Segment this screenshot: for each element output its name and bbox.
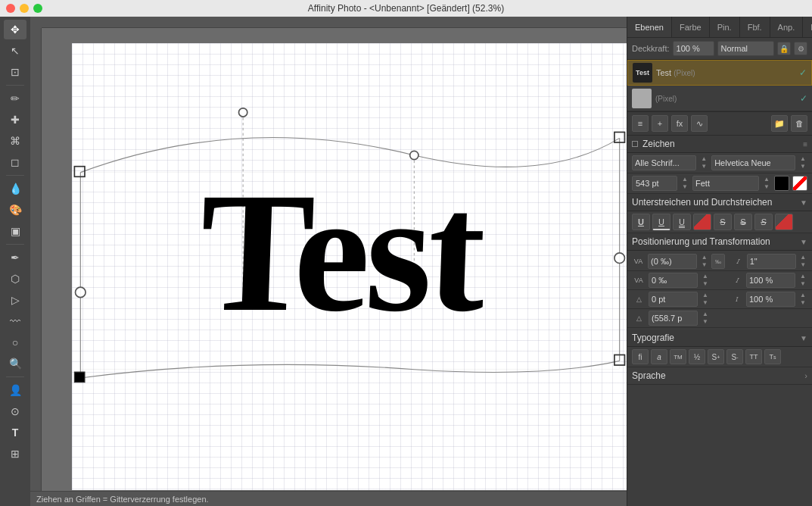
text-tool[interactable]: T [4, 423, 26, 442]
width-spinner[interactable]: ▲▼ [701, 311, 710, 326]
no-underline-btn[interactable] [693, 214, 711, 230]
app-body: ✥ ↖ ⊡ ✏ ✚ ⌘ ◻ 💧 🎨 ▣ ✒ ⬡ ▷ 〰 ○ 🔍 👤 ⊙ T ⊞ [0, 17, 812, 506]
layer-visibility-1[interactable]: ✓ [799, 67, 807, 78]
crop-tool[interactable]: ⊡ [4, 62, 26, 82]
scale-input[interactable] [746, 292, 795, 307]
shape-tool[interactable]: ▷ [4, 290, 26, 310]
tracking-input[interactable] [747, 254, 796, 269]
text-bg-swatch[interactable] [792, 176, 807, 191]
person-icon[interactable]: 👤 [4, 380, 26, 400]
tab-fx[interactable]: FX [803, 17, 812, 37]
liquify-tool[interactable]: ⊙ [4, 401, 26, 421]
allcaps-btn[interactable]: TT [745, 349, 762, 364]
underline3-btn[interactable]: U [673, 214, 691, 230]
gradient-tool[interactable]: ▣ [4, 221, 26, 241]
smudge-tool[interactable]: 〰 [4, 311, 26, 331]
font-family-spinner[interactable]: ▲▼ [798, 155, 807, 170]
zoom-tool[interactable]: 🔍 [4, 354, 26, 373]
grid-tool[interactable]: ⊞ [4, 444, 26, 464]
layer-visibility-2[interactable]: ✓ [800, 93, 807, 104]
scale-spinner[interactable]: ▲▼ [798, 292, 807, 307]
fx-layer-btn[interactable]: fx [671, 115, 688, 132]
tracking-spinner[interactable]: ▲▼ [799, 254, 807, 269]
tab-pin[interactable]: Pin. [710, 17, 740, 37]
kerning-unit-select[interactable]: ‰ [711, 254, 724, 269]
typo-buttons-row: fi a TM ½ S+ S- TT Ts [627, 347, 812, 367]
paint-brush-tool[interactable]: ✏ [4, 89, 26, 108]
opacity-input[interactable] [673, 41, 714, 56]
no-strikethrough-btn[interactable] [775, 214, 793, 230]
underline-chevron: ▼ [800, 198, 807, 207]
fill-tool[interactable]: 🎨 [4, 200, 26, 220]
underline-btn[interactable]: U [632, 214, 650, 230]
underline2-btn[interactable]: U [652, 214, 670, 230]
erase-tool[interactable]: ◻ [4, 152, 26, 172]
status-text: Ziehen an Griffen = Gitterverzerrung fes… [36, 495, 209, 504]
ligature-btn[interactable]: fi [632, 349, 649, 364]
smallcaps-btn[interactable]: Ts [764, 349, 781, 364]
color-picker-tool[interactable]: 💧 [4, 179, 26, 198]
sub-btn[interactable]: S- [726, 349, 743, 364]
leading-spinner[interactable]: ▲▼ [701, 273, 710, 288]
strikethrough-btn[interactable]: S [714, 214, 732, 230]
typo-chevron: ▼ [800, 334, 807, 342]
leading-input[interactable] [649, 273, 698, 288]
tab-ebenen[interactable]: Ebenen [627, 17, 672, 37]
font-style-spinner[interactable]: ▲▼ [699, 155, 708, 170]
curves-btn[interactable]: ∿ [691, 115, 708, 132]
add-layer-btn[interactable]: + [652, 115, 668, 132]
pos-section-header[interactable]: Positionierung und Transformation ▼ [627, 233, 812, 251]
trademark-btn[interactable]: TM [670, 349, 686, 364]
ordinal-btn[interactable]: a [651, 349, 667, 364]
tab-fbf[interactable]: Fbf. [740, 17, 770, 37]
maximize-button[interactable] [33, 4, 42, 13]
blend-mode-select[interactable]: Normal [717, 41, 774, 56]
settings-button[interactable]: ⚙ [794, 42, 807, 55]
clone-tool[interactable]: ⌘ [4, 131, 26, 151]
underline-section-header[interactable]: Unterstreichen und Durchstreichen ▼ [627, 194, 812, 211]
kerning-input[interactable] [648, 254, 697, 269]
font-size-spinner[interactable]: ▲▼ [680, 176, 689, 191]
layer-item-1[interactable]: Test Test (Pixel) ✓ [627, 60, 812, 86]
typo-section-header[interactable]: Typografie ▼ [627, 330, 812, 347]
baseline-icon: △ [632, 295, 646, 303]
pen-tool[interactable]: ✒ [4, 248, 26, 267]
delete-btn[interactable]: 🗑 [791, 115, 807, 132]
font-family-select[interactable]: Helvetica Neue [711, 155, 795, 170]
canvas-content[interactable]: Test [42, 28, 627, 491]
baseline-input[interactable] [649, 292, 698, 307]
font-weight-select[interactable]: Fett [692, 176, 759, 191]
vector-tool[interactable]: ⬡ [4, 269, 26, 289]
font-style-select[interactable]: Alle Schrif... [632, 155, 696, 170]
strikethrough3-btn[interactable]: S [754, 214, 773, 230]
char-section-header[interactable]: Zeichen ≡ [627, 136, 812, 153]
baseline-spinner[interactable]: ▲▼ [701, 292, 710, 307]
super-btn[interactable]: S+ [708, 349, 724, 364]
width-input[interactable] [649, 311, 698, 326]
move-tool[interactable]: ✥ [4, 20, 26, 39]
layers-icon-btn[interactable]: ≡ [632, 115, 649, 132]
tab-anp[interactable]: Anp. [770, 17, 804, 37]
tab-farbe[interactable]: Farbe [672, 17, 710, 37]
canvas-white[interactable]: Test [72, 43, 627, 490]
leading2-input[interactable] [746, 273, 795, 288]
strikethrough2-btn[interactable]: S [734, 214, 752, 230]
kerning-icon: VA [632, 258, 645, 265]
layer-item-2[interactable]: (Pixel) ✓ [627, 86, 812, 111]
healing-tool[interactable]: ✚ [4, 110, 26, 130]
fraction-btn[interactable]: ½ [689, 349, 705, 364]
text-color-swatch[interactable] [774, 176, 789, 191]
burn-tool[interactable]: ○ [4, 333, 26, 352]
close-button[interactable] [6, 4, 15, 13]
font-size-input[interactable] [632, 176, 677, 191]
folder-btn[interactable]: 📁 [771, 115, 788, 132]
opacity-row: Deckkraft: Normal 🔒 ⚙ [627, 38, 812, 60]
sprache-row[interactable]: Sprache › [627, 367, 812, 385]
select-tool[interactable]: ↖ [4, 41, 26, 61]
leading2-spinner[interactable]: ▲▼ [798, 273, 807, 288]
font-weight-spinner[interactable]: ▲▼ [762, 176, 771, 191]
window-controls [6, 4, 42, 13]
lock-button[interactable]: 🔒 [777, 42, 791, 55]
kerning-spinner[interactable]: ▲▼ [700, 254, 708, 269]
minimize-button[interactable] [20, 4, 29, 13]
